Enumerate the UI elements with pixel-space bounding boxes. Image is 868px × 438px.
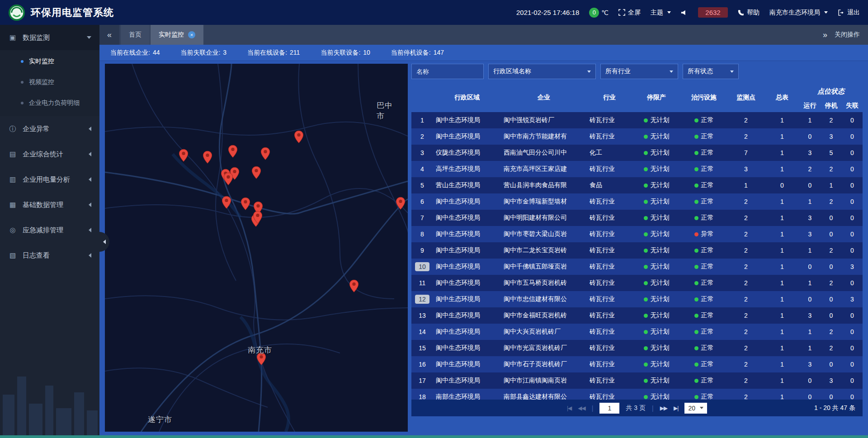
table-row[interactable]: 11阆中生态环境局阆中市五马桥页岩机砖砖瓦行业无计划正常21120 (411, 275, 863, 291)
cell-region: 阆中生态环境局 (433, 372, 501, 389)
cell-facility-status: 正常 (681, 177, 727, 193)
status-dot-green (694, 297, 698, 301)
table-row[interactable]: 9阆中生态环境局阆中市二龙长宝页岩砖砖瓦行业无计划正常21120 (411, 242, 863, 259)
notice-count-badge[interactable]: 2632 (698, 7, 728, 18)
cell-index: 11 (411, 275, 433, 291)
table-row[interactable]: 4高坪生态环境局南充市高坪区王家店建砖瓦行业无计划正常31220 (411, 161, 863, 177)
row-index: 3 (416, 148, 428, 157)
cell-lost: 0 (842, 210, 863, 226)
table-row[interactable]: 13阆中生态环境局阆中市金福旺页岩机砖砖瓦行业无计划正常21300 (411, 307, 863, 324)
help-button[interactable]: 帮助 (738, 9, 760, 17)
status-dot-green (694, 118, 698, 122)
table-row[interactable]: 7阆中生态环境局阆中明阳建材有限公司砖瓦行业无计划正常21300 (411, 210, 863, 226)
table-row[interactable]: 1阆中生态环境局阆中强锐页岩砖厂砖瓦行业无计划正常21120 (411, 112, 863, 128)
table-row[interactable]: 15阆中生态环境局阆中市光富页岩机砖厂砖瓦行业无计划正常21120 (411, 340, 863, 356)
fullscreen-button[interactable]: 全屏 (618, 9, 641, 17)
last-page-button[interactable]: ▶| (674, 405, 678, 411)
chevron-down-icon (667, 11, 671, 14)
bullet-icon (21, 102, 24, 104)
cell-index: 3 (411, 145, 433, 161)
cell-index: 18 (411, 389, 433, 400)
cell-stopped: 0 (821, 210, 842, 226)
sidebar-group[interactable]: ⓘ企业异常 (0, 116, 99, 141)
cell-stopped: 0 (821, 307, 842, 324)
theme-dropdown[interactable]: 主题 (651, 9, 671, 17)
table-row[interactable]: 2阆中生态环境局阆中市南方节能建材有砖瓦行业无计划正常21030 (411, 128, 863, 145)
table-row[interactable]: 18南部生态环境局南部县鑫达建材有限公砖瓦行业无计划正常21000 (411, 389, 863, 400)
cell-region: 阆中生态环境局 (433, 193, 501, 210)
row-index: 18 (416, 392, 428, 400)
cell-index: 4 (411, 161, 433, 177)
sidebar-group[interactable]: ▧日志查看 (0, 243, 99, 268)
temperature-unit: ℃ (601, 9, 609, 16)
name-search-input[interactable] (411, 64, 484, 79)
cell-index: 5 (411, 177, 433, 193)
table-row[interactable]: 5营山生态环境局营山县润丰肉食品有限食品无计划正常10010 (411, 177, 863, 193)
tabs-scroll-left-button[interactable]: « (99, 25, 119, 45)
cell-region: 阆中生态环境局 (433, 226, 501, 242)
cell-industry: 砖瓦行业 (587, 291, 632, 307)
prev-page-button[interactable]: ◀◀ (578, 405, 585, 411)
cell-company: 阆中千佛镇五郎垭页岩 (501, 259, 587, 275)
tabs-scroll-right-button[interactable]: » (823, 30, 827, 40)
cell-stopped: 2 (821, 193, 842, 210)
first-page-button[interactable]: |◀ (567, 405, 571, 411)
chevron-down-icon (87, 36, 91, 39)
status-select[interactable]: 所有状态 (683, 64, 739, 79)
sidebar-group[interactable]: ▥企业用电量分析 (0, 167, 99, 192)
sidebar-item[interactable]: 视频监控 (0, 72, 99, 93)
tab[interactable]: 实时监控× (151, 25, 203, 45)
sound-button[interactable] (681, 9, 688, 16)
cell-facility-status: 正常 (681, 324, 727, 340)
table-row[interactable]: 8阆中生态环境局阆中市枣碧大梁山页岩砖瓦行业无计划异常21300 (411, 226, 863, 242)
page-size-select[interactable]: 20 (684, 403, 707, 414)
table-row[interactable]: 6阆中生态环境局阆中市金博瑞新型墙材砖瓦行业无计划正常21120 (411, 193, 863, 210)
org-dropdown[interactable]: 南充市生态环境局 (769, 9, 828, 17)
cell-running: 0 (799, 291, 821, 307)
table-row[interactable]: 3仪陇生态环境局西南油气田分公司川中化工无计划正常71350 (411, 145, 863, 161)
next-page-button[interactable]: ▶▶ (660, 405, 667, 411)
exit-icon (838, 9, 844, 16)
tab-close-icon[interactable]: × (188, 31, 195, 38)
divider: | (592, 405, 594, 412)
status-dot-green (694, 135, 698, 139)
sidebar-group-label: 日志查看 (23, 251, 83, 260)
cell-monitor-points: 2 (727, 275, 765, 291)
region-select[interactable]: 行政区域名称 (488, 64, 596, 79)
company-stats-icon: ▤ (8, 150, 17, 158)
sidebar-group[interactable]: ▣数据监测 (0, 25, 99, 50)
sidebar-item[interactable]: 实时监控 (0, 51, 99, 72)
table-row[interactable]: 10阆中生态环境局阆中千佛镇五郎垭页岩砖瓦行业无计划正常21003 (411, 259, 863, 275)
row-index: 13 (416, 311, 428, 320)
cell-index: 16 (411, 356, 433, 372)
cell-monitor-points: 2 (727, 128, 765, 145)
cell-index: 6 (411, 193, 433, 210)
close-operations-button[interactable]: 关闭操作 (835, 31, 860, 39)
cell-stopped: 3 (821, 372, 842, 389)
table-row[interactable]: 14阆中生态环境局阆中大兴页岩机砖厂砖瓦行业无计划正常21120 (411, 324, 863, 340)
sidebar-group[interactable]: ◎应急减排管理 (0, 217, 99, 243)
pagination-range-label: 1 - 20 共 47 条 (814, 404, 855, 412)
page-number-input[interactable] (599, 403, 619, 414)
map-panel[interactable]: 巴中市南充市遂宁市 (105, 64, 408, 432)
stat-item: 当前在线企业:44 (110, 49, 160, 57)
status-dot-green (644, 363, 648, 367)
status-dot-green (694, 216, 698, 220)
sidebar-group[interactable]: ▤企业综合统计 (0, 141, 99, 167)
table-row[interactable]: 17阆中生态环境局阆中市江南镇阆南页岩砖瓦行业无计划正常21030 (411, 372, 863, 389)
status-dot-green (644, 395, 648, 399)
table-row[interactable]: 12阆中生态环境局阆中市忠信建材有限公砖瓦行业无计划正常21003 (411, 291, 863, 307)
cell-running: 0 (799, 177, 821, 193)
table-row[interactable]: 16阆中生态环境局阆中市石子页岩机砖厂砖瓦行业无计划正常21300 (411, 356, 863, 372)
sidebar-item[interactable]: 企业电力负荷明细 (0, 93, 99, 113)
industry-select[interactable]: 所有行业 (600, 64, 678, 79)
col-running: 运行 (799, 99, 821, 112)
tab[interactable]: 首页 (121, 25, 150, 45)
logout-button[interactable]: 退出 (838, 9, 860, 17)
col-point-status-group: 点位状态 (799, 83, 863, 99)
cell-running: 0 (799, 128, 821, 145)
cell-monitor-points: 2 (727, 389, 765, 400)
chevron-left-icon (89, 228, 91, 232)
sidebar-group[interactable]: ▦基础数据管理 (0, 192, 99, 217)
cell-stopped: 5 (821, 145, 842, 161)
